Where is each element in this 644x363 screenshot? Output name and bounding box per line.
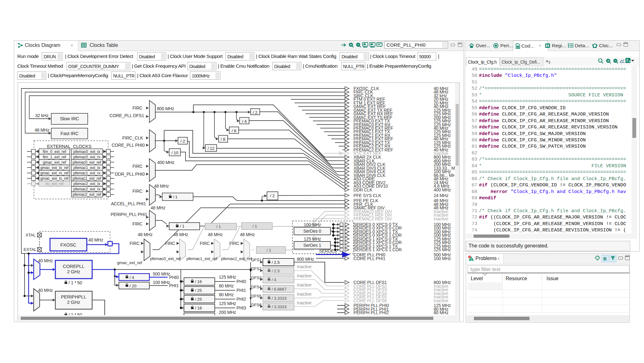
svg-text:/ 16: / 16 <box>195 306 202 310</box>
svg-text:pfemac1_ext_tx: pfemac1_ext_tx <box>73 166 100 170</box>
svg-text:/ 12: / 12 <box>208 146 214 151</box>
svg-text:pfemac0_ext_ref: pfemac0_ext_ref <box>73 160 101 165</box>
svg-text:100 MHz: 100 MHz <box>304 222 321 227</box>
svg-text:pfemac1_ext_ref: pfemac1_ext_ref <box>73 176 101 181</box>
svg-text:FIRC: FIRC <box>229 241 239 246</box>
svg-text:400 MHz: 400 MHz <box>434 187 451 192</box>
svg-text:125 MHz: 125 MHz <box>434 247 451 252</box>
svg-text:/ 1: / 1 <box>216 224 221 229</box>
svg-text:/ 1 * 50: / 1 * 50 <box>69 280 82 285</box>
svg-text:Inactive: Inactive <box>297 273 312 278</box>
svg-text:CORE_PLL DFS1: CORE_PLL DFS1 <box>109 113 144 118</box>
svg-text:PHI3: PHI3 <box>236 305 246 310</box>
svg-text:800 MHz: 800 MHz <box>297 257 314 262</box>
svg-text:pfemac2_ext_rx: pfemac2_ext_rx <box>73 187 101 191</box>
svg-text:DFS5: DFS5 <box>251 294 261 298</box>
svg-text:/ 10: / 10 <box>171 150 178 155</box>
svg-text:500 MHz: 500 MHz <box>153 271 170 276</box>
svg-text:/ 8: / 8 <box>221 137 225 142</box>
svg-text:/ 16: / 16 <box>195 279 202 284</box>
svg-text:32 kHz: 32 kHz <box>35 113 49 118</box>
svg-text:gmac_ext_ref: gmac_ext_ref <box>43 160 66 165</box>
svg-text:/ 2: / 2 <box>253 110 257 115</box>
svg-text:Fast IRC: Fast IRC <box>60 131 79 136</box>
svg-text:pfemac2_ext_ref: pfemac2_ext_ref <box>73 192 101 197</box>
svg-text:48 MHz: 48 MHz <box>240 232 255 237</box>
svg-text:FIRC: FIRC <box>132 221 142 226</box>
svg-text:800 MHz: 800 MHz <box>157 106 174 111</box>
svg-text:PERIPH_PLL PHI1: PERIPH_PLL PHI1 <box>111 212 147 217</box>
svg-text:/ 20: / 20 <box>130 284 136 288</box>
svg-text:48 MHz: 48 MHz <box>154 184 169 189</box>
svg-text:FIRC: FIRC <box>132 189 142 194</box>
svg-text:PHI0: PHI0 <box>169 275 179 280</box>
svg-text:PFE SYS CLK: PFE SYS CLK <box>353 193 381 198</box>
svg-text:SerDes 0: SerDes 0 <box>303 229 321 234</box>
svg-text:pfemac2_ext_tx: pfemac2_ext_tx <box>73 182 100 186</box>
svg-text:/ 2.5: / 2.5 <box>272 269 280 273</box>
svg-text:/ 1: / 1 <box>180 224 184 229</box>
svg-text:80 MHz: 80 MHz <box>219 283 234 288</box>
svg-text:gmac_ext_rx_ref: gmac_ext_rx_ref <box>40 171 69 175</box>
svg-text:/ 3.3333: / 3.3333 <box>272 296 286 301</box>
svg-text:PHI1: PHI1 <box>236 288 246 293</box>
svg-text:125 MHz: 125 MHz <box>304 236 321 241</box>
svg-text:Inactive: Inactive <box>434 298 448 303</box>
svg-text:EXTERNAL_CLOCKS: EXTERNAL_CLOCKS <box>47 144 91 149</box>
svg-text:DFS4: DFS4 <box>251 285 261 289</box>
svg-text:/ 2: / 2 <box>180 139 185 144</box>
svg-text:FIRC: FIRC <box>132 105 142 111</box>
svg-text:PERIPH PLL PHI2: PERIPH PLL PHI2 <box>353 310 389 315</box>
svg-text:DDR_PLL PHI0: DDR_PLL PHI0 <box>115 172 145 177</box>
svg-text:FXOSC: FXOSC <box>60 242 76 247</box>
svg-text:/ 6: / 6 <box>232 128 236 133</box>
svg-text:PFEMAC2 REF DIV: PFEMAC2 REF DIV <box>353 216 392 221</box>
svg-text:pfemac2_ext_ref: pfemac2_ext_ref <box>221 256 252 261</box>
svg-text:ACCEL_PLL PHI1: ACCEL_PLL PHI1 <box>111 201 146 206</box>
svg-text:125 MHz: 125 MHz <box>219 275 236 280</box>
svg-text:48 MHz: 48 MHz <box>151 205 165 210</box>
svg-text:/ 2: / 2 <box>270 193 275 198</box>
svg-text:XTAL: XTAL <box>25 233 36 237</box>
svg-text:gmac_ext_ts_ref: gmac_ext_ts_ref <box>40 176 69 181</box>
svg-text:/ 3.3333: / 3.3333 <box>272 304 286 309</box>
svg-text:FIRC_CLK: FIRC_CLK <box>122 135 143 140</box>
svg-text:/ 1: / 1 <box>173 195 177 199</box>
svg-text:SERDES 1 XPCS 1 CDR: SERDES 1 XPCS 1 CDR <box>353 247 402 252</box>
svg-text:2 GHz: 2 GHz <box>67 269 80 274</box>
svg-text:/ 25: / 25 <box>195 288 202 293</box>
svg-text:/ 2.5: / 2.5 <box>272 260 280 265</box>
svg-text:DFS1: DFS1 <box>251 258 261 262</box>
svg-text:ftm_1_ext_ref: ftm_1_ext_ref <box>43 155 66 159</box>
svg-text:ftm_0_ext_ref: ftm_0_ext_ref <box>43 150 66 154</box>
svg-text:gmac_ext_ref: gmac_ext_ref <box>117 260 142 265</box>
svg-text:100 MHz: 100 MHz <box>153 280 170 285</box>
svg-text:PHI1: PHI1 <box>169 283 179 288</box>
svg-text:/ 4: / 4 <box>242 119 247 124</box>
svg-text:DFS6: DFS6 <box>251 303 261 307</box>
svg-text:400 MHz: 400 MHz <box>157 160 175 165</box>
svg-text:200 MHz: 200 MHz <box>219 310 236 315</box>
svg-text:/ 25: / 25 <box>195 297 202 302</box>
svg-text:/ 1: / 1 <box>267 248 271 252</box>
svg-text:FIRC: FIRC <box>200 241 210 246</box>
svg-text:Inactive: Inactive <box>297 282 312 287</box>
svg-text:DDR CLK: DDR CLK <box>353 187 373 192</box>
svg-text:pfemac0_ext_rx: pfemac0_ext_rx <box>73 155 101 159</box>
svg-text:Inactive: Inactive <box>297 300 312 305</box>
svg-text:COREPLL: COREPLL <box>63 264 85 269</box>
svg-text:24 MHz: 24 MHz <box>434 193 448 198</box>
svg-text:SerDes 1: SerDes 1 <box>303 243 321 248</box>
svg-text:/ 4: / 4 <box>130 275 134 280</box>
svg-text:gmac_ext_tx_ref: gmac_ext_tx_ref <box>40 166 69 170</box>
svg-text:2 GHz: 2 GHz <box>67 299 80 305</box>
svg-text:FIRC: FIRC <box>132 164 142 169</box>
svg-text:CORE_PLL PHI0: CORE_PLL PHI0 <box>112 143 145 148</box>
svg-text:PHI2: PHI2 <box>236 297 246 302</box>
svg-text:PERIPHPLL: PERIPHPLL <box>61 294 86 299</box>
svg-text:PHI0: PHI0 <box>236 279 246 284</box>
svg-text:40 MHz: 40 MHz <box>38 258 53 263</box>
svg-text:/ 6.6667: / 6.6667 <box>272 287 286 292</box>
svg-text:rtc_ext_ref: rtc_ext_ref <box>46 182 64 186</box>
svg-text:!: ! <box>469 256 470 258</box>
